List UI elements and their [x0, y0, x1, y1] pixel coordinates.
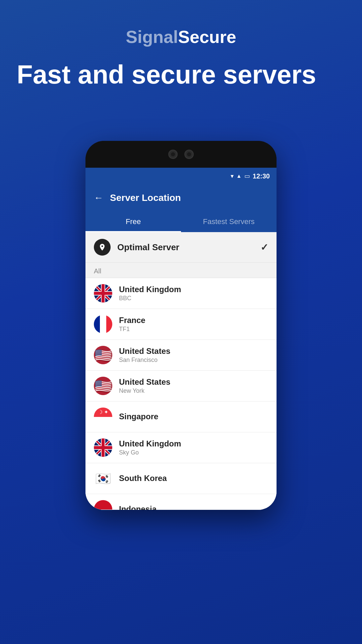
svg-rect-17 [102, 438, 105, 457]
optimal-server-label: Optimal Server [117, 242, 254, 253]
app-logo: SignalSecure [0, 27, 362, 47]
server-sub-us-sf: San Francisco [119, 357, 268, 364]
logo-secure: Secure [178, 27, 236, 47]
server-item-uk-skygo[interactable]: United Kingdom Sky Go [85, 432, 277, 463]
server-item-us-sf[interactable]: United States San Francisco [85, 340, 277, 371]
optimal-server-checkmark: ✓ [260, 242, 268, 253]
server-item-france-tf1[interactable]: France TF1 [85, 309, 277, 340]
section-all-label: All [85, 263, 277, 278]
server-info-uk-bbc: United Kingdom BBC [119, 285, 268, 302]
phone-screen: ▾ ▲ ▭ 12:30 ← Server Location Free Faste… [85, 168, 277, 510]
server-country-france-tf1: France [119, 316, 268, 325]
phone-camera-area [85, 141, 277, 168]
wifi-icon: ▾ [231, 172, 234, 180]
app-header: ← Server Location [85, 184, 277, 211]
server-country-south-korea: South Korea [119, 474, 268, 483]
indonesia-white-half [94, 509, 112, 510]
sg-white-half [94, 417, 112, 426]
server-country-uk-skygo: United Kingdom [119, 439, 268, 448]
flag-singapore: ☽ ✦ [94, 408, 112, 426]
server-info-us-sf: United States San Francisco [119, 346, 268, 364]
server-country-us-ny: United States [119, 377, 268, 387]
signal-icon: ▲ [236, 173, 242, 179]
flag-us-sf [94, 346, 112, 364]
status-time: 12:30 [253, 172, 270, 180]
optimal-server-row[interactable]: Optimal Server ✓ [85, 232, 277, 263]
sg-red-half: ☽ ✦ [94, 408, 112, 417]
battery-icon: ▭ [244, 172, 250, 180]
server-item-uk-bbc[interactable]: United Kingdom BBC [85, 278, 277, 309]
tab-free[interactable]: Free [85, 211, 181, 232]
flag-france-tf1 [94, 315, 112, 333]
phone-container: ▾ ▲ ▭ 12:30 ← Server Location Free Faste… [44, 141, 318, 637]
server-sub-uk-skygo: Sky Go [119, 449, 268, 456]
server-item-indonesia[interactable]: Indonesia [85, 494, 277, 510]
server-info-france-tf1: France TF1 [119, 316, 268, 333]
flag-us-ny [94, 377, 112, 395]
server-item-south-korea[interactable]: 🇰🇷 South Korea [85, 463, 277, 494]
camera-lens-1 [168, 150, 178, 159]
server-info-uk-skygo: United Kingdom Sky Go [119, 439, 268, 456]
server-info-us-ny: United States New York [119, 377, 268, 394]
status-bar: ▾ ▲ ▭ 12:30 [85, 168, 277, 184]
phone-outer: ▾ ▲ ▭ 12:30 ← Server Location Free Faste… [85, 141, 277, 510]
tabs-container: Free Fastest Servers [85, 211, 277, 232]
header-title: Server Location [110, 193, 181, 203]
flag-indonesia [94, 500, 112, 510]
server-sub-france-tf1: TF1 [119, 326, 268, 333]
server-sub-us-ny: New York [119, 387, 268, 394]
server-item-us-ny[interactable]: United States New York [85, 371, 277, 401]
indonesia-red-half [94, 500, 112, 509]
hero-title: Fast and secure servers [17, 60, 345, 89]
france-blue [94, 315, 100, 333]
server-item-singapore[interactable]: ☽ ✦ Singapore [85, 401, 277, 432]
status-icons: ▾ ▲ ▭ 12:30 [231, 172, 270, 180]
server-info-singapore: Singapore [119, 412, 268, 422]
flag-uk-skygo [94, 438, 112, 457]
server-info-indonesia: Indonesia [119, 504, 268, 510]
camera-lens-2 [184, 150, 194, 159]
tab-fastest-servers[interactable]: Fastest Servers [181, 211, 277, 232]
france-red [106, 315, 112, 333]
server-info-south-korea: South Korea [119, 474, 268, 484]
server-country-singapore: Singapore [119, 412, 268, 421]
france-white [100, 315, 106, 333]
server-country-uk-bbc: United Kingdom [119, 285, 268, 294]
flag-south-korea: 🇰🇷 [94, 469, 112, 488]
svg-rect-8 [102, 284, 105, 303]
server-country-indonesia: Indonesia [119, 504, 268, 510]
server-country-us-sf: United States [119, 346, 268, 356]
optimal-server-icon [94, 239, 111, 256]
back-button[interactable]: ← [94, 193, 103, 203]
logo-signal: Signal [126, 27, 178, 47]
server-list: Optimal Server ✓ All [85, 232, 277, 510]
server-sub-uk-bbc: BBC [119, 295, 268, 302]
flag-uk-bbc [94, 284, 112, 303]
